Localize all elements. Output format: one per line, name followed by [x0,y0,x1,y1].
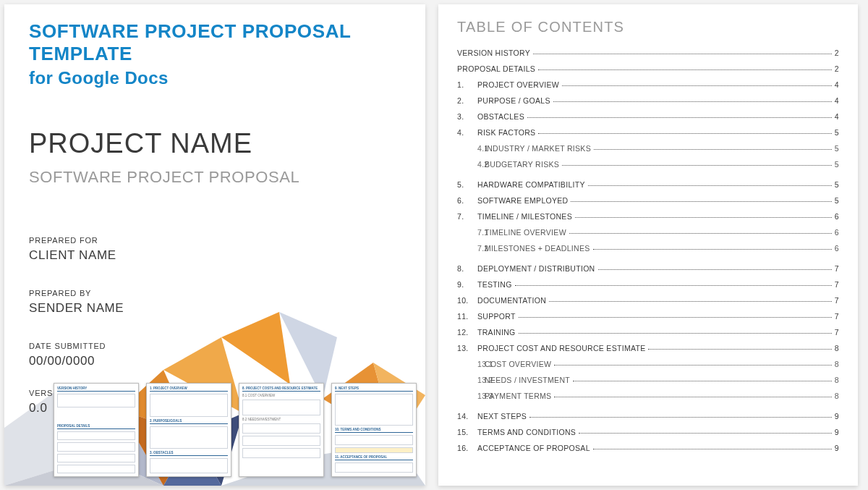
toc-label: PURPOSE / GOALS [477,96,550,105]
toc-number: 4.2 [457,160,485,169]
toc-leader-dots [515,285,832,286]
toc-number: 7.1 [457,228,485,237]
toc-row[interactable]: 13.1COST OVERVIEW8 [457,360,839,368]
toc-label: TESTING [477,280,512,289]
toc-label: COST OVERVIEW [485,360,551,368]
prepared-for-label: PREPARED FOR [29,236,401,245]
thumb2-h3: 3. OBSTACLES [150,451,228,456]
toc-page-number: 5 [835,180,839,189]
toc-page-number: 5 [835,160,839,169]
thumb1-h2: PROPOSAL DETAILS [57,424,135,429]
template-title-line2: for Google Docs [29,68,401,88]
toc-row[interactable]: 7.1TIMELINE OVERVIEW6 [457,228,839,237]
toc-row[interactable]: 7.2MILESTONES + DEADLINES6 [457,244,839,253]
prepared-by-block: PREPARED BY SENDER NAME [29,289,401,316]
toc-leader-dots [562,165,832,166]
toc-label: DEPLOYMENT / DISTRIBUTION [477,264,595,273]
toc-row[interactable]: 2.PURPOSE / GOALS4 [457,96,839,105]
thumb2-h1: 1. PROJECT OVERVIEW [150,386,228,392]
toc-page-number: 2 [835,64,839,73]
toc-row[interactable]: 6.SOFTWARE EMPLOYED5 [457,196,839,205]
thumbnail-page-2[interactable]: 1. PROJECT OVERVIEW 2. PURPOSE/GOALS 3. … [146,383,231,477]
toc-page-number: 9 [835,428,839,436]
toc-row[interactable]: 4.1INDUSTRY / MARKET RISKS5 [457,144,839,153]
toc-label: VERSION HISTORY [457,48,530,57]
toc-label: RISK FACTORS [477,128,535,137]
thumbnail-page-3[interactable]: 8. PROJECT COSTS AND RESOURCE ESTIMATE 8… [239,383,324,477]
toc-number: 10. [457,296,477,305]
toc-leader-dots [533,54,832,54]
toc-number: 8. [457,264,477,273]
toc-row[interactable]: 12.TRAINING7 [457,328,839,337]
thumb4-h2: 10. TERMS AND CONDITIONS [335,428,413,433]
toc-number: 7. [457,212,477,221]
toc-row[interactable]: 4.RISK FACTORS5 [457,128,839,137]
toc-row[interactable]: 16.ACCEPTANCE OF PROPOSAL9 [457,444,839,452]
toc-row[interactable]: PROPOSAL DETAILS2 [457,64,839,73]
toc-label: SOFTWARE EMPLOYED [477,196,568,205]
toc-label: TIMELINE OVERVIEW [485,228,566,237]
thumb3-h1: 8. PROJECT COSTS AND RESOURCE ESTIMATE [242,386,320,392]
toc-row[interactable]: 9.TESTING7 [457,280,839,289]
toc-row[interactable]: VERSION HISTORY2 [457,48,839,57]
toc-label: OBSTACLES [477,112,524,121]
toc-number: 13. [457,344,477,352]
prepared-for-block: PREPARED FOR CLIENT NAME [29,236,401,263]
toc-row[interactable]: 5.HARDWARE COMPATIBILITY5 [457,180,839,189]
toc-label: HARDWARE COMPATIBILITY [477,180,585,189]
date-label: DATE SUBMITTED [29,342,401,350]
toc-label: INDUSTRY / MARKET RISKS [485,144,591,153]
toc-leader-dots [554,397,831,397]
toc-page-number: 7 [835,280,839,289]
toc-page-number: 6 [835,212,839,221]
document-subtitle: SOFTWARE PROJECT PROPOSAL [29,168,401,187]
date-block: DATE SUBMITTED 00/00/0000 [29,342,401,368]
toc-leader-dots [575,217,832,218]
toc-row[interactable]: 13.2NEEDS / INVESTMENT8 [457,376,839,384]
toc-number: 14. [457,412,477,421]
thumb4-h3: 11. ACCEPTANCE OF PROPOSAL [335,455,413,460]
toc-page-number: 4 [835,96,839,105]
prepared-by-value: SENDER NAME [29,301,401,316]
thumbnail-page-4[interactable]: 9. NEXT STEPS 10. TERMS AND CONDITIONS 1… [331,383,417,477]
toc-leader-dots [527,117,832,118]
toc-page-number: 6 [835,228,839,237]
toc-row[interactable]: 7.TIMELINE / MILESTONES6 [457,212,839,221]
page-thumbnails: VERSION HISTORY PROPOSAL DETAILS 1. PROJ… [54,383,417,477]
toc-page-number: 2 [835,48,839,57]
toc-row[interactable]: 1.PROJECT OVERVIEW4 [457,80,839,89]
toc-row[interactable]: 8.DEPLOYMENT / DISTRIBUTION7 [457,264,839,273]
toc-row[interactable]: 13.3PAYMENT TERMS8 [457,392,839,400]
toc-leader-dots [549,301,832,302]
toc-page: TABLE OF CONTENTS VERSION HISTORY2PROPOS… [438,4,858,486]
toc-row[interactable]: 15.TERMS AND CONDITIONS9 [457,428,839,436]
toc-number: 3. [457,112,477,121]
toc-row[interactable]: 3.OBSTACLES4 [457,112,839,121]
thumb3-s2: 8.2 NEEDS/INVESTMENT [242,418,320,421]
toc-page-number: 7 [835,264,839,273]
toc-number: 13.3 [457,392,485,400]
toc-row[interactable]: 4.2BUDGETARY RISKS5 [457,160,839,169]
toc-leader-dots [594,149,832,150]
toc-number: 4.1 [457,144,485,153]
toc-label: DOCUMENTATION [477,296,546,305]
toc-page-number: 8 [835,376,839,384]
toc-number: 5. [457,180,477,189]
thumbnail-page-1[interactable]: VERSION HISTORY PROPOSAL DETAILS [54,383,139,477]
toc-page-number: 5 [835,196,839,205]
toc-leader-dots [593,449,832,449]
toc-number: 1. [457,80,477,89]
toc-row[interactable]: 13.PROJECT COST AND RESOURCE ESTIMATE8 [457,344,839,352]
toc-leader-dots [598,269,832,270]
toc-leader-dots [553,101,832,102]
toc-row[interactable]: 11.SUPPORT7 [457,312,839,321]
toc-leader-dots [519,333,832,334]
toc-label: PROJECT OVERVIEW [477,80,559,89]
toc-number: 13.2 [457,376,485,384]
toc-leader-dots [529,417,832,418]
toc-label: BUDGETARY RISKS [485,160,559,169]
toc-row[interactable]: 10.DOCUMENTATION7 [457,296,839,305]
toc-page-number: 7 [835,296,839,305]
toc-row[interactable]: 14.NEXT STEPS9 [457,412,839,421]
toc-number: 6. [457,196,477,205]
